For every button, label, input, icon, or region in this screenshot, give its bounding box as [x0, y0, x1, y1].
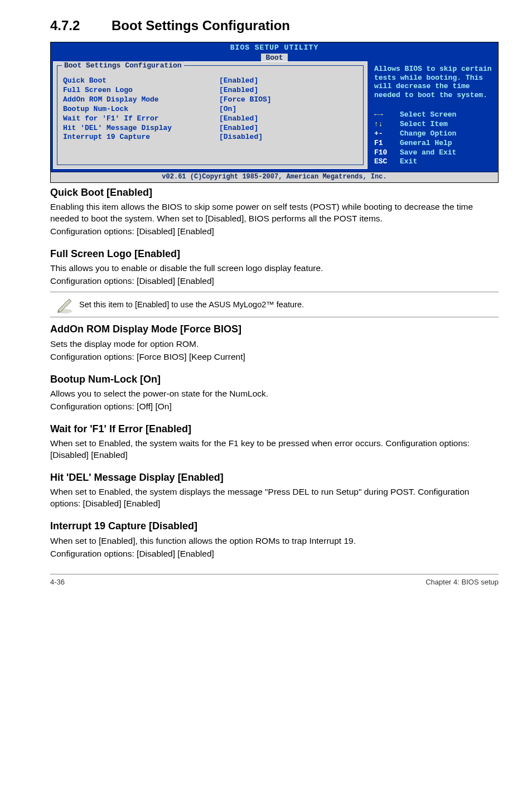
heading-full-screen-logo: Full Screen Logo [Enabled]: [50, 248, 499, 260]
nav-text: General Help: [400, 139, 452, 148]
bios-footer: v02.61 (C)Copyright 1985-2007, American …: [51, 171, 498, 182]
bios-row-value: [Enabled]: [219, 86, 258, 95]
paragraph: Configuration options: [Disabled] [Enabl…: [50, 226, 499, 238]
nav-text: Select Item: [400, 120, 448, 129]
bios-row[interactable]: Hit 'DEL' Message Display[Enabled]: [63, 124, 357, 133]
bios-panel: BIOS SETUP UTILITY Boot Boot Settings Co…: [50, 42, 499, 183]
page-footer: 4-36 Chapter 4: BIOS setup: [50, 574, 499, 587]
nav-text: Select Screen: [400, 110, 456, 120]
bios-row-label: Full Screen Logo: [63, 86, 219, 95]
paragraph: Enabling this item allows the BIOS to sk…: [50, 201, 499, 225]
heading-bootup-numlock: Bootup Num-Lock [On]: [50, 373, 499, 386]
bios-nav-row: ←→Select Screen: [374, 110, 492, 120]
bios-row-label: Wait for 'F1' If Error: [63, 114, 219, 124]
bios-row[interactable]: AddOn ROM Display Mode[Force BIOS]: [63, 95, 357, 105]
heading-hit-del: Hit 'DEL' Message Display [Enabled]: [50, 471, 499, 484]
bios-panel-label: Boot Settings Configuration: [62, 61, 184, 71]
section-number: 4.7.2: [50, 17, 112, 34]
nav-key: ←→: [374, 110, 400, 120]
nav-text: Change Option: [400, 129, 456, 139]
heading-wait-f1: Wait for 'F1' If Error [Enabled]: [50, 423, 499, 436]
bios-row-value: [Enabled]: [219, 114, 258, 124]
paragraph: When set to Enabled, the system displays…: [50, 486, 499, 510]
section-title-text: Boot Settings Configuration: [112, 18, 290, 33]
nav-key: ↑↓: [374, 120, 400, 129]
bios-right-pane: Allows BIOS to skip certain tests while …: [370, 61, 498, 171]
bios-row-label: Bootup Num-Lock: [63, 105, 219, 114]
bios-row-label: AddOn ROM Display Mode: [63, 95, 219, 105]
nav-key: F1: [374, 139, 400, 148]
paragraph: Configuration options: [Off] [On]: [50, 401, 499, 413]
bios-row[interactable]: Interrupt 19 Capture[Disabled]: [63, 133, 357, 142]
nav-key: ESC: [374, 157, 400, 167]
section-heading: 4.7.2Boot Settings Configuration: [50, 17, 499, 34]
bios-row-label: Hit 'DEL' Message Display: [63, 124, 219, 133]
bios-row[interactable]: Wait for 'F1' If Error[Enabled]: [63, 114, 357, 124]
bios-nav-row: ESCExit: [374, 157, 492, 167]
note-pencil-icon: [50, 294, 79, 315]
bios-nav-block: ←→Select Screen ↑↓Select Item +-Change O…: [374, 110, 492, 167]
bios-row-value: [Disabled]: [219, 133, 263, 142]
bios-nav-row: +-Change Option: [374, 129, 492, 139]
bios-nav-row: ↑↓Select Item: [374, 120, 492, 129]
bios-body: Boot Settings Configuration Quick Boot[E…: [51, 61, 498, 171]
note-block: Set this item to [Enabled] to use the AS…: [50, 292, 499, 317]
bios-title: BIOS SETUP UTILITY: [51, 44, 498, 53]
bios-row-value: [Force BIOS]: [219, 95, 272, 105]
nav-key: F10: [374, 148, 400, 158]
paragraph: When set to [Enabled], this function all…: [50, 535, 499, 547]
nav-text: Exit: [400, 157, 417, 167]
page-number: 4-36: [50, 578, 65, 587]
bios-left-pane: Boot Settings Configuration Quick Boot[E…: [53, 61, 367, 169]
bios-nav-row: F1General Help: [374, 139, 492, 148]
bios-header: BIOS SETUP UTILITY Boot: [51, 42, 498, 61]
paragraph: Configuration options: [Disabled] [Enabl…: [50, 276, 499, 287]
paragraph: Sets the display mode for option ROM.: [50, 339, 499, 350]
heading-interrupt-19: Interrupt 19 Capture [Disabled]: [50, 520, 499, 533]
paragraph: This allows you to enable or disable the…: [50, 263, 499, 274]
bios-row[interactable]: Quick Boot[Enabled]: [63, 76, 357, 86]
bios-help-text: Allows BIOS to skip certain tests while …: [374, 65, 492, 99]
bios-nav-row: F10Save and Exit: [374, 148, 492, 158]
bios-row-label: Quick Boot: [63, 76, 219, 86]
paragraph: Configuration options: [Disabled] [Enabl…: [50, 548, 499, 560]
bios-row-label: Interrupt 19 Capture: [63, 133, 219, 142]
paragraph: When set to Enabled, the system waits fo…: [50, 438, 499, 461]
bios-row-value: [On]: [219, 105, 236, 114]
chapter-label: Chapter 4: BIOS setup: [425, 578, 499, 587]
bios-row[interactable]: Full Screen Logo[Enabled]: [63, 86, 357, 95]
bios-row-value: [Enabled]: [219, 76, 258, 86]
heading-addon-rom: AddOn ROM Display Mode [Force BIOS]: [50, 323, 499, 336]
bios-row[interactable]: Bootup Num-Lock[On]: [63, 105, 357, 114]
heading-quick-boot: Quick Boot [Enabled]: [50, 186, 499, 199]
paragraph: Configuration options: [Force BIOS] [Kee…: [50, 351, 499, 363]
note-text: Set this item to [Enabled] to use the AS…: [79, 296, 499, 313]
paragraph: Allows you to select the power-on state …: [50, 388, 499, 400]
nav-key: +-: [374, 129, 400, 139]
bios-help-paragraph: Allows BIOS to skip certain tests while …: [374, 65, 492, 99]
bios-row-value: [Enabled]: [219, 124, 258, 133]
nav-text: Save and Exit: [400, 148, 456, 158]
